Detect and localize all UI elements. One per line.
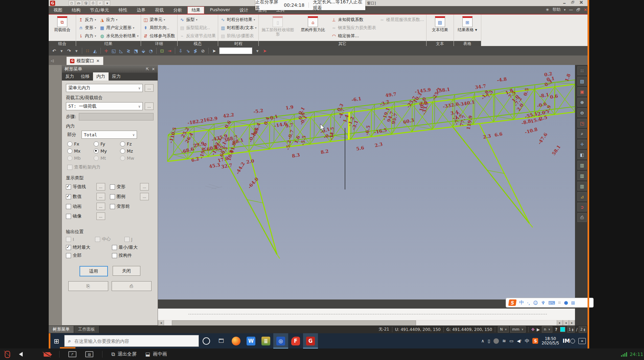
panel-close-icon[interactable]: ✕ xyxy=(152,67,155,71)
display-option-more-button[interactable]: ... xyxy=(140,183,149,190)
snap-point-icon[interactable]: ∷ xyxy=(84,47,91,54)
sogou-logo-icon[interactable]: S xyxy=(508,299,517,306)
display-option-more-button[interactable]: ... xyxy=(96,183,105,190)
doc-close-button[interactable]: ✕ xyxy=(584,7,587,12)
panel-blue-icon[interactable]: ▤ xyxy=(577,77,587,86)
select-prev-icon[interactable]: ⊡ xyxy=(159,47,165,54)
length-unit-select[interactable]: mm∨ xyxy=(510,326,525,333)
help-dropdown-icon[interactable]: ▾ xyxy=(564,8,566,12)
save-result-button[interactable]: ⎘ xyxy=(68,281,108,291)
ribbon-button-未知荷载系数[interactable]: ⊥未知荷载系数 xyxy=(331,16,376,24)
force-unit-select[interactable]: N∨ xyxy=(498,326,509,333)
ribbon-button-荷载组合[interactable]: ⧉荷载组合 xyxy=(51,16,74,33)
snap-node-icon[interactable]: ◭ xyxy=(92,47,98,54)
close-panel-button[interactable]: 关闭 xyxy=(113,266,140,276)
redo-icon[interactable]: ↷ xyxy=(66,47,72,54)
loadcase-more-button[interactable]: ... xyxy=(145,103,154,110)
start-button[interactable]: ⊞ xyxy=(49,333,64,348)
panel-pin-icon[interactable]: ⇱ xyxy=(146,67,149,71)
select-intersect-icon[interactable]: ≷ xyxy=(125,47,132,54)
tray-ime-icon[interactable]: 中 xyxy=(525,338,529,344)
output-option-最小/最大[interactable]: 最小/最大 xyxy=(112,244,154,250)
taskbar-app-midas-gen[interactable]: G xyxy=(303,333,318,348)
menu-节点/单元[interactable]: 节点/单元 xyxy=(86,6,113,14)
taskbar-clock[interactable]: 18:50 2020/5/5 xyxy=(542,337,559,345)
taskbar-app-notes[interactable]: F xyxy=(288,333,303,348)
im-tray-icon[interactable]: IM xyxy=(562,338,575,344)
select-polygon-icon[interactable]: ◺ xyxy=(118,47,124,54)
menu-边界[interactable]: 边界 xyxy=(133,6,150,14)
select-window-icon[interactable]: ◱ xyxy=(110,47,117,54)
quick-access-dropdown-icon[interactable]: ▾ xyxy=(104,0,110,6)
minimize-button[interactable]: 🗕 xyxy=(562,0,566,5)
ime-voice-icon[interactable]: ♆ xyxy=(541,300,546,306)
ribbon-button-振型[interactable]: ∿振型▾ xyxy=(180,16,216,24)
menu-结构[interactable]: 结构 xyxy=(68,6,85,14)
radio-My[interactable]: My xyxy=(94,149,120,154)
page-spinner[interactable]: 1▲▼ xyxy=(567,326,575,333)
ribbon-button-文本结果[interactable]: ▤文本结果 xyxy=(429,16,452,33)
apply-button[interactable]: 适用 xyxy=(79,266,108,276)
tray-avatar-icon[interactable] xyxy=(493,338,499,344)
preview-icon[interactable]: ⌕ xyxy=(97,0,103,6)
output-option-按构件[interactable]: 按构件 xyxy=(112,252,154,258)
output-option-全部[interactable]: 全部 xyxy=(66,252,112,258)
search-input[interactable] xyxy=(74,338,177,344)
print-icon[interactable]: ⎙ xyxy=(90,0,96,6)
taskbar-app-wps[interactable]: W xyxy=(244,333,258,348)
ribbon-button-水化热分析结果[interactable]: ◍水化热分析结果▾ xyxy=(99,32,139,40)
pip-button[interactable]: ⬓ 画中画 xyxy=(145,351,167,357)
result-type-select[interactable]: 梁单元内力 ∨ xyxy=(66,84,143,92)
display-option-more-button[interactable]: ... xyxy=(96,212,105,220)
tray-sogou-icon[interactable]: S xyxy=(532,338,538,344)
speaker-button[interactable] xyxy=(19,352,23,357)
display-option-more-button[interactable]: ... xyxy=(96,203,105,210)
loadcase-select[interactable]: ST: 一级荷载 ∨ xyxy=(66,102,143,110)
panel-tab-内力[interactable]: 内力 xyxy=(93,72,109,81)
zoom-out-icon[interactable]: ⊖ xyxy=(577,108,587,117)
layers3-icon[interactable]: ▥ xyxy=(577,182,587,190)
menu-特性[interactable]: 特性 xyxy=(114,6,131,14)
menu-视图[interactable]: 视图 xyxy=(49,6,66,14)
ime-emoji-icon[interactable]: ☺ xyxy=(533,300,538,306)
ime-tools-icon[interactable]: ⌗ xyxy=(558,300,561,306)
pick-icon[interactable]: ➤ xyxy=(211,47,217,54)
dots-grid-icon[interactable]: ∷ xyxy=(577,66,587,75)
taskbar-app-meeting[interactable]: ◎ xyxy=(273,333,288,348)
dropdown-icon[interactable]: ▾ xyxy=(73,47,80,54)
close-button[interactable]: 🗙 xyxy=(579,0,583,5)
ribbon-button-反力[interactable]: ↥反力▾ xyxy=(78,16,96,24)
deselect-poly-icon[interactable]: ⇘ xyxy=(185,47,191,54)
select-single-icon[interactable]: ✛ xyxy=(103,47,110,54)
tray-volume-icon[interactable]: ◀⁾ xyxy=(517,338,521,343)
doc-restore-button[interactable]: 🗗 xyxy=(576,7,580,12)
ime-punctuation-icon[interactable]: ·, xyxy=(527,300,530,306)
ribbon-button-位移参与系数[interactable]: ⇵位移参与系数 xyxy=(143,32,175,40)
color-swatch[interactable] xyxy=(560,327,565,332)
menu-结果[interactable]: 结果 xyxy=(187,6,204,14)
dropdown-icon[interactable]: ▾ xyxy=(254,47,261,54)
print-result-button[interactable]: ⎙ xyxy=(112,281,152,291)
ribbon-button-时程分析结果[interactable]: ∿时程分析结果▾ xyxy=(220,16,256,24)
layers-icon[interactable]: ▥ xyxy=(577,161,587,170)
menu-分析[interactable]: 分析 xyxy=(169,6,186,14)
camera-off-button[interactable] xyxy=(44,352,50,357)
zoom-in-icon[interactable]: ⊕ xyxy=(577,98,587,107)
panel-tab-反力[interactable]: 反力 xyxy=(62,72,77,81)
taskbar-app-task-view[interactable]: 🗔 xyxy=(214,333,229,348)
help-settings-icon[interactable]: ✳ xyxy=(546,7,549,12)
scroll-left-icon[interactable]: ◂ xyxy=(158,320,164,326)
ribbon-button-结果表格[interactable]: ⊞结果表格 ▾ xyxy=(456,16,479,33)
radio-Mx[interactable]: Mx xyxy=(67,149,94,154)
walk-mode-icon[interactable]: ▶ xyxy=(537,327,540,332)
deselect-window-icon[interactable]: ⇩ xyxy=(177,47,184,54)
mic-muted-button[interactable] xyxy=(5,351,10,358)
select-volume-icon[interactable]: ⬙ xyxy=(140,47,147,54)
dof-select[interactable]: n∨ xyxy=(542,326,552,333)
radio-Fx[interactable]: Fx xyxy=(67,141,94,147)
display-option-more-button[interactable]: ... xyxy=(96,193,105,200)
ime-keyboard-icon[interactable]: ⌨ xyxy=(548,300,555,306)
menu-Pushover[interactable]: Pushover xyxy=(206,6,234,14)
taskbar-app-firefox[interactable] xyxy=(229,333,244,348)
ribbon-button-稳定验算...[interactable]: ◠稳定验算... xyxy=(331,32,376,40)
